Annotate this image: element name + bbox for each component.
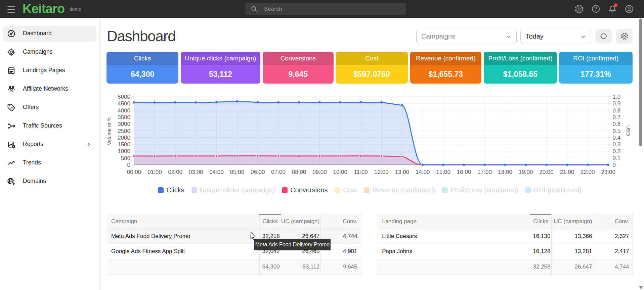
svg-text:0.9: 0.9 xyxy=(613,100,621,107)
svg-text:1.0: 1.0 xyxy=(613,94,621,100)
svg-text:16:00: 16:00 xyxy=(457,169,471,175)
svg-text:20:00: 20:00 xyxy=(539,169,554,175)
svg-text:500: 500 xyxy=(121,155,130,161)
svg-text:0.2: 0.2 xyxy=(613,148,621,154)
svg-text:00:00: 00:00 xyxy=(127,169,141,175)
svg-text:15:00: 15:00 xyxy=(436,169,450,175)
svg-text:07:00: 07:00 xyxy=(271,169,286,175)
svg-text:17:00: 17:00 xyxy=(477,169,492,175)
svg-text:4500: 4500 xyxy=(118,100,130,107)
svg-text:18:00: 18:00 xyxy=(498,169,512,175)
svg-text:0.3: 0.3 xyxy=(613,141,621,148)
svg-text:22:00: 22:00 xyxy=(581,169,595,175)
svg-text:0.5: 0.5 xyxy=(613,128,621,134)
svg-text:USD: USD xyxy=(626,125,631,136)
svg-text:04:00: 04:00 xyxy=(209,169,224,175)
svg-text:0.1: 0.1 xyxy=(613,155,621,161)
svg-text:12:00: 12:00 xyxy=(374,169,389,175)
svg-text:19:00: 19:00 xyxy=(519,169,533,175)
svg-text:2500: 2500 xyxy=(118,128,130,134)
svg-text:5000: 5000 xyxy=(118,94,130,100)
svg-text:10:00: 10:00 xyxy=(333,169,347,175)
svg-text:4000: 4000 xyxy=(118,107,130,114)
svg-text:21:00: 21:00 xyxy=(560,169,574,175)
svg-text:05:00: 05:00 xyxy=(230,169,245,175)
svg-text:14:00: 14:00 xyxy=(416,169,430,175)
svg-text:1500: 1500 xyxy=(118,141,130,148)
svg-text:02:00: 02:00 xyxy=(168,169,182,175)
svg-text:01:00: 01:00 xyxy=(147,169,162,175)
svg-text:08:00: 08:00 xyxy=(292,169,306,175)
svg-text:0: 0 xyxy=(127,162,130,168)
svg-text:0.7: 0.7 xyxy=(613,114,621,120)
svg-text:09:00: 09:00 xyxy=(312,169,327,175)
svg-text:0: 0 xyxy=(613,162,616,168)
svg-text:0.6: 0.6 xyxy=(613,121,621,127)
svg-text:0.8: 0.8 xyxy=(613,107,621,114)
svg-text:11:00: 11:00 xyxy=(354,169,368,175)
svg-text:13:00: 13:00 xyxy=(395,169,410,175)
svg-text:06:00: 06:00 xyxy=(251,169,265,175)
svg-text:Volume or %: Volume or % xyxy=(106,116,112,145)
svg-text:0.4: 0.4 xyxy=(613,135,621,141)
svg-text:1000: 1000 xyxy=(118,148,130,154)
svg-text:3000: 3000 xyxy=(118,121,130,127)
svg-text:23:00: 23:00 xyxy=(601,169,615,175)
svg-text:2000: 2000 xyxy=(118,135,130,141)
svg-text:03:00: 03:00 xyxy=(189,169,203,175)
svg-text:3500: 3500 xyxy=(118,114,130,120)
